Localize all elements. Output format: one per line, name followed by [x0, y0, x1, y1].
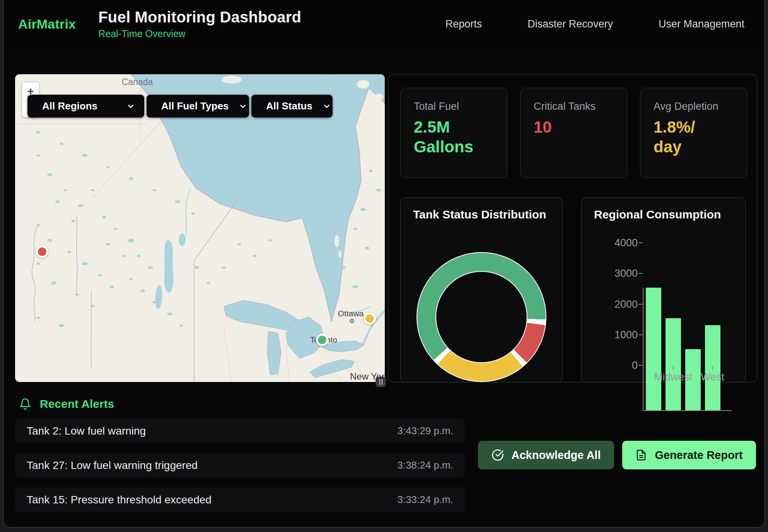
alert-row: Tank 15: Pressure threshold exceeded 3:3… — [15, 488, 465, 512]
bell-icon — [19, 398, 31, 410]
map-container: Canada Ottawa Toronto New York + − All R… — [15, 74, 385, 382]
title-block: Fuel Monitoring Dashboard Real-Time Over… — [98, 9, 301, 39]
y-axis-tick-label: 1000 — [593, 329, 638, 341]
fuel-type-filter-dropdown[interactable]: All Fuel Types — [147, 95, 249, 118]
alerts-header: Recent Alerts — [19, 397, 114, 411]
map-filter-bar: All Regions All Fuel Types All Status — [27, 95, 333, 118]
x-axis-tick-label: West — [701, 371, 724, 383]
bar — [666, 318, 681, 410]
bar — [646, 288, 661, 410]
dashboard-panel: Total Fuel 2.5MGallons Critical Tanks 10… — [388, 74, 757, 382]
stat-label: Critical Tanks — [534, 101, 614, 113]
brand-logo[interactable]: AirMatrix — [18, 17, 76, 32]
donut-chart-title: Tank Status Distribution — [401, 198, 562, 221]
acknowledge-all-button[interactable]: Acknowledge All — [478, 441, 614, 469]
map-label-canada: Canada — [122, 77, 153, 87]
map-label-ottawa: Ottawa — [338, 309, 364, 318]
regional-consumption-chart-card: Regional Consumption 01000200030004000Mi… — [581, 198, 746, 382]
file-text-icon — [635, 449, 647, 461]
chevron-down-icon — [126, 102, 135, 111]
y-axis-tick-label: 0 — [593, 360, 638, 372]
nav-item-reports[interactable]: Reports — [445, 18, 482, 30]
fuel-type-filter-value: All Fuel Types — [161, 100, 229, 112]
y-axis-tick-label: 4000 — [593, 237, 638, 249]
bar-chart-title: Regional Consumption — [582, 198, 745, 221]
check-circle-icon — [492, 449, 504, 461]
stat-card-avg-depletion: Avg Depletion 1.8%/day — [640, 88, 747, 178]
generate-report-button[interactable]: Generate Report — [622, 441, 756, 469]
stat-card-critical-tanks: Critical Tanks 10 — [520, 88, 627, 178]
stats-row: Total Fuel 2.5MGallons Critical Tanks 10… — [400, 88, 747, 178]
map-graphic: Canada Ottawa Toronto New York — [15, 74, 385, 382]
alert-time: 3:38:24 p.m. — [397, 459, 453, 471]
chevron-down-icon — [323, 102, 331, 111]
stat-value: 1.8%/day — [654, 117, 734, 157]
stat-label: Avg Depletion — [654, 101, 734, 113]
map-marker-red[interactable] — [36, 246, 48, 258]
dots-grid-icon — [378, 379, 384, 385]
app-window: AirMatrix Fuel Monitoring Dashboard Real… — [3, 0, 765, 527]
alert-text: Tank 27: Low fuel warning triggered — [27, 459, 198, 472]
alert-time: 3:33:24 p.m. — [397, 494, 453, 506]
main-nav: Reports Disaster Recovery User Managemen… — [445, 18, 748, 30]
chevron-down-icon — [239, 102, 247, 111]
alert-row: Tank 27: Low fuel warning triggered 3:38… — [15, 453, 465, 477]
status-filter-value: All Status — [266, 100, 312, 112]
generate-report-label: Generate Report — [655, 449, 742, 462]
alert-text: Tank 2: Low fuel warning — [27, 425, 146, 437]
acknowledge-all-label: Acknowledge All — [512, 449, 601, 462]
region-filter-value: All Regions — [42, 100, 97, 112]
stat-card-total-fuel: Total Fuel 2.5MGallons — [400, 88, 507, 178]
status-filter-dropdown[interactable]: All Status — [251, 95, 333, 118]
stat-value: 2.5MGallons — [414, 117, 494, 157]
map-marker-yellow[interactable] — [364, 312, 376, 325]
y-axis-tick-label: 3000 — [593, 268, 638, 280]
donut-chart — [416, 252, 546, 382]
top-bar: AirMatrix Fuel Monitoring Dashboard Real… — [3, 0, 765, 48]
tank-status-chart-card: Tank Status Distribution — [400, 198, 563, 382]
map-canvas[interactable]: Canada Ottawa Toronto New York — [15, 74, 385, 382]
map-marker-green[interactable] — [316, 334, 328, 346]
alert-text: Tank 15: Pressure threshold exceeded — [27, 494, 212, 506]
page-title: Fuel Monitoring Dashboard — [98, 9, 301, 26]
map-attribution-button[interactable] — [375, 377, 386, 387]
nav-item-user-management[interactable]: User Management — [659, 18, 744, 30]
page-subtitle: Real-Time Overview — [98, 28, 301, 39]
x-axis-tick-label: Midwest — [654, 371, 692, 383]
y-axis-tick-label: 2000 — [593, 298, 638, 310]
alerts-title: Recent Alerts — [40, 397, 114, 411]
stat-value: 10 — [534, 117, 614, 137]
stat-label: Total Fuel — [414, 101, 494, 113]
alert-time: 3:43:29 p.m. — [397, 425, 453, 437]
alert-row: Tank 2: Low fuel warning 3:43:29 p.m. — [15, 419, 465, 443]
region-filter-dropdown[interactable]: All Regions — [27, 95, 144, 118]
nav-item-disaster-recovery[interactable]: Disaster Recovery — [527, 18, 613, 30]
